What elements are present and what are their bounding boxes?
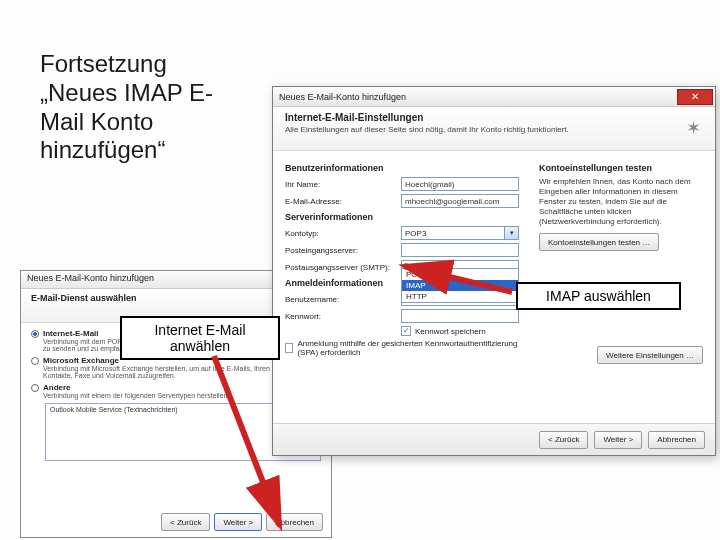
test-note: Wir empfehlen Ihnen, das Konto nach dem … [539,177,703,227]
account-type-dropdown[interactable]: POP3 IMAP HTTP [401,268,519,303]
password-field[interactable] [401,309,519,323]
dropdown-item-http[interactable]: HTTP [402,291,518,302]
more-settings-button[interactable]: Weitere Einstellungen … [597,346,703,364]
radio-icon [31,330,39,338]
spa-checkbox-label: Anmeldung mithilfe der gesicherten Kennw… [297,339,525,357]
chevron-down-icon: ▾ [504,227,518,239]
test-settings-button[interactable]: Kontoeinstellungen testen … [539,233,659,251]
window-title: Neues E-Mail-Konto hinzufügen [279,92,406,102]
checkbox-icon[interactable]: ✓ [401,326,411,336]
label-type: Kontotyp: [285,229,395,238]
email-field[interactable] [401,194,519,208]
callout-internet-email: Internet E-Mail anwählen [120,316,280,360]
next-button[interactable]: Weiter > [594,431,642,449]
account-type-select[interactable]: POP3 ▾ [401,226,519,240]
close-button[interactable]: ✕ [677,89,713,105]
cursor-icon: ✶ [686,117,701,139]
option-desc: Verbindung mit einem der folgenden Serve… [43,392,229,399]
cancel-button[interactable]: Abbrechen [266,513,323,531]
slide-title: Fortsetzung „Neues IMAP E-Mail Konto hin… [40,50,250,165]
label-username: Benutzername: [285,295,395,304]
label-name: Ihr Name: [285,180,395,189]
radio-icon [31,357,39,365]
save-password-checkbox-label: Kennwort speichern [415,327,486,336]
option-label: Andere [43,383,229,392]
select-value: POP3 [405,229,426,238]
banner-heading: Internet-E-Mail-Einstellungen [285,112,703,123]
label-email: E-Mail-Adresse: [285,197,395,206]
banner-desc: Alle Einstellungen auf dieser Seite sind… [285,125,703,134]
back-button[interactable]: < Zurück [539,431,588,449]
radio-icon [31,384,39,392]
section-server: Serverinformationen [285,212,525,222]
back-button[interactable]: < Zurück [161,513,210,531]
dropdown-item-imap[interactable]: IMAP [402,280,518,291]
section-user: Benutzerinformationen [285,163,525,173]
incoming-field[interactable] [401,243,519,257]
dropdown-item-pop3[interactable]: POP3 [402,269,518,280]
section-test: Kontoeinstellungen testen [539,163,703,173]
label-password: Kennwort: [285,312,395,321]
dialog-imap-settings: Neues E-Mail-Konto hinzufügen ✕ Internet… [272,86,716,456]
next-button[interactable]: Weiter > [214,513,262,531]
label-outgoing: Postausgangsserver (SMTP): [285,263,395,272]
callout-imap: IMAP auswählen [516,282,681,310]
label-incoming: Posteingangsserver: [285,246,395,255]
cancel-button[interactable]: Abbrechen [648,431,705,449]
name-field[interactable] [401,177,519,191]
checkbox-icon[interactable] [285,343,293,353]
